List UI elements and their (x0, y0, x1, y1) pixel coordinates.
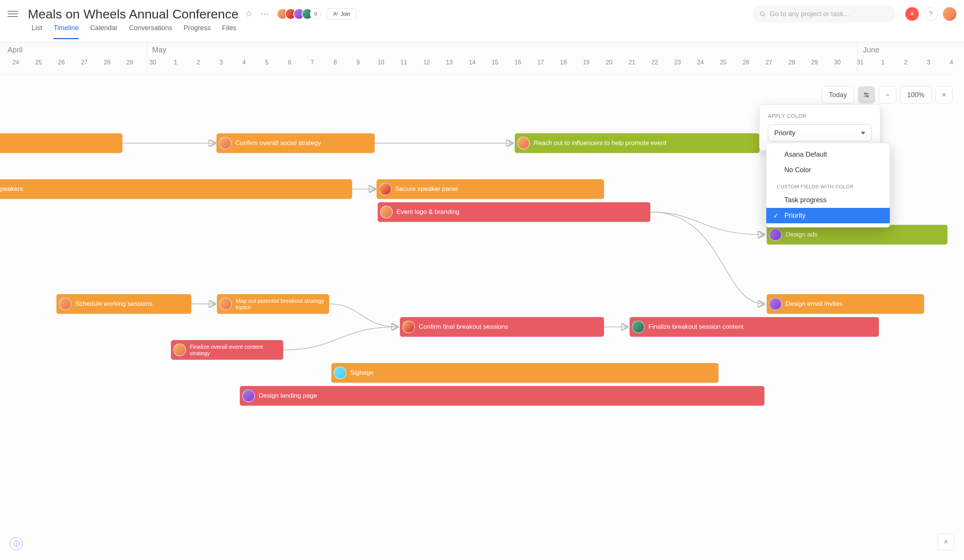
more-icon[interactable]: ⋯ (259, 9, 270, 19)
day-label: 8 (329, 59, 341, 66)
assignee-avatar (402, 321, 415, 333)
svg-point-3 (760, 12, 764, 16)
dropdown-item[interactable]: No Color (766, 162, 890, 178)
day-label: 17 (535, 59, 546, 66)
day-label: 7 (307, 59, 318, 66)
task-bar[interactable]: Design email invites (767, 294, 924, 314)
scroll-top-button[interactable] (938, 534, 954, 550)
day-label: 2 (193, 59, 204, 66)
day-label: 24 (10, 59, 21, 66)
day-label: 26 (740, 59, 752, 66)
task-bar[interactable]: Signage (331, 363, 718, 383)
task-label: Map out potential breakout strategy topi… (236, 298, 325, 311)
avatar-overflow-count[interactable]: 9 (310, 8, 321, 20)
settings-icon[interactable] (858, 86, 875, 104)
tab-calendar[interactable]: Calendar (90, 24, 117, 39)
assignee-avatar (334, 366, 347, 379)
tab-files[interactable]: Files (222, 24, 236, 39)
tab-timeline[interactable]: Timeline (54, 24, 79, 39)
month-label: May (152, 46, 166, 54)
popover-label: APPLY COLOR (768, 113, 872, 119)
day-label: 26 (56, 59, 67, 66)
assignee-avatar (380, 206, 393, 218)
assignee-avatar (219, 298, 232, 310)
day-label: 3 (923, 59, 934, 66)
assignee-avatar (379, 182, 392, 195)
dropdown-item[interactable]: Asana Default (766, 147, 890, 162)
day-label: 21 (626, 59, 638, 66)
assignee-avatar (632, 321, 645, 333)
day-label: 28 (101, 59, 112, 66)
assignee-avatar (242, 389, 255, 402)
task-bar[interactable]: Map out potential breakout strategy topi… (217, 294, 329, 314)
day-label: 29 (124, 59, 135, 66)
task-label: Confirm final breakout sessions (419, 323, 508, 330)
day-label: 9 (352, 59, 364, 66)
day-label: 30 (147, 59, 158, 66)
dropdown-item[interactable]: Priority (766, 208, 890, 223)
task-bar[interactable]: Design ads (767, 225, 948, 244)
task-bar[interactable]: Schedule working sessions (57, 294, 191, 314)
join-button[interactable]: Join (326, 8, 357, 20)
add-button[interactable]: + (905, 7, 919, 21)
task-label: Confirm overall social strategy (235, 139, 321, 147)
star-icon[interactable]: ☆ (244, 9, 254, 19)
day-label: 13 (444, 59, 455, 66)
tab-progress[interactable]: Progress (183, 24, 210, 39)
task-label: Finalize overall event content strategy (190, 343, 279, 357)
day-label: 29 (809, 59, 820, 66)
day-label: 24 (695, 59, 706, 66)
task-bar[interactable]: Confirm overall social strategy (217, 133, 375, 153)
task-label: Design email invites (785, 300, 842, 308)
user-avatar[interactable] (943, 7, 956, 21)
day-label: 30 (832, 59, 843, 66)
zoom-out-button[interactable]: − (879, 86, 896, 104)
tab-list[interactable]: List (32, 24, 42, 39)
day-label: 1 (878, 59, 889, 66)
color-select-value: Priority (774, 129, 795, 137)
task-label: Design landing page (259, 392, 317, 400)
day-label: 11 (398, 59, 409, 66)
search-input[interactable]: Go to any project or task... (752, 5, 896, 23)
join-label: Join (340, 11, 350, 17)
help-button[interactable]: ? (924, 7, 938, 21)
day-label: 28 (786, 59, 797, 66)
day-label: 12 (421, 59, 432, 66)
day-label: 27 (79, 59, 90, 66)
member-avatars[interactable]: 9 (277, 8, 321, 20)
svg-point-0 (334, 12, 336, 14)
color-select[interactable]: Priority (768, 124, 872, 142)
day-label: 19 (581, 59, 592, 66)
day-label: 15 (490, 59, 501, 66)
task-bar[interactable]: Finalize breakout session content (630, 317, 879, 337)
day-label: 18 (558, 59, 569, 66)
day-label: 25 (33, 59, 44, 66)
day-label: 3 (215, 59, 227, 66)
task-bar[interactable]: Reach out to influencers to help promote… (515, 133, 759, 153)
zoom-in-button[interactable]: + (935, 86, 953, 104)
dropdown-item[interactable]: Task progress (766, 192, 890, 208)
assignee-avatar (173, 343, 186, 356)
color-dropdown[interactable]: Asana DefaultNo ColorCUSTOM FIELDS WITH … (766, 143, 890, 228)
task-bar[interactable]: Event logo & branding (378, 202, 650, 222)
zoom-level[interactable]: 100% (900, 86, 931, 104)
tab-conversations[interactable]: Conversations (129, 24, 172, 39)
today-button[interactable]: Today (822, 86, 854, 104)
task-label: Event logo & branding (397, 208, 459, 216)
day-label: 25 (718, 59, 729, 66)
menu-toggle[interactable] (8, 9, 18, 19)
svg-point-6 (865, 93, 866, 94)
task-bar[interactable]: Finalize overall event content strategy (171, 340, 283, 360)
task-label: Schedule working sessions (75, 300, 153, 308)
task-bar[interactable] (0, 133, 122, 153)
task-bar[interactable]: Design landing page (240, 386, 764, 405)
task-bar[interactable]: speakers (0, 179, 352, 199)
info-icon[interactable]: ⓘ (10, 537, 23, 550)
task-bar[interactable]: Confirm final breakout sessions (400, 317, 604, 337)
day-label: 27 (763, 59, 775, 66)
task-label: Secure speaker panel (396, 185, 458, 193)
chevron-down-icon (861, 132, 865, 134)
day-label: 20 (604, 59, 615, 66)
task-bar[interactable]: Secure speaker panel (376, 179, 604, 199)
svg-line-4 (764, 15, 765, 16)
